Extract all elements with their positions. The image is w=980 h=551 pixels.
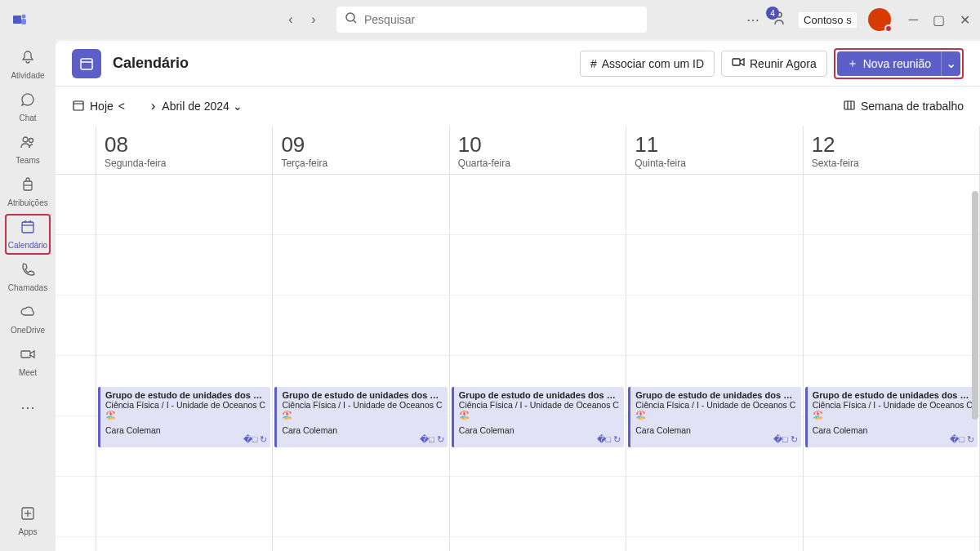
phone-icon (20, 261, 36, 282)
event-emoji: 🏖️ (282, 410, 442, 420)
nav-back-icon[interactable]: ‹ (281, 10, 301, 29)
search-icon (345, 11, 358, 28)
sidebar-item-meet[interactable]: Meet (5, 341, 51, 382)
sidebar-item-onedrive[interactable]: OneDrive (5, 299, 51, 340)
day-number: 11 (635, 132, 794, 158)
scrollbar[interactable] (972, 191, 978, 420)
day-header: 09 Terça-feira (273, 126, 448, 175)
sidebar-item-calendar[interactable]: Calendário (5, 214, 51, 255)
org-name[interactable]: Contoso s (799, 12, 857, 28)
sidebar-more[interactable]: ⋯ (5, 387, 51, 428)
plus-icon: ＋ (847, 56, 858, 71)
svg-rect-9 (22, 222, 33, 233)
more-icon[interactable]: ⋯ (746, 12, 760, 28)
notifications-icon[interactable]: 4 (771, 10, 787, 29)
event-subtitle: Ciência Física / I - Unidade de Oceanos … (282, 400, 442, 410)
time-column: 4 AM 5AM 6 AM 7 AM 8 AM 9 AM (56, 126, 96, 551)
calendar-today-icon (72, 99, 85, 114)
recurring-icon: ↻ (437, 434, 444, 445)
sidebar-item-calls[interactable]: Chamadas (5, 256, 51, 297)
calendar-event[interactable]: Grupo de estudo de unidades dos oceanos … (452, 387, 624, 447)
maximize-icon[interactable]: ▢ (933, 12, 945, 28)
search-box[interactable] (336, 7, 647, 33)
sidebar-item-apps[interactable]: Apps (5, 500, 51, 541)
expand-icon[interactable]: �□ (773, 434, 788, 445)
event-organizer: Cara Coleman (813, 425, 973, 435)
svg-point-7 (29, 139, 33, 143)
day-column[interactable]: 11 Quinta-feira Grupo de estudo de unida… (626, 126, 803, 551)
event-title: Grupo de estudo de unidades dos oceanos (813, 390, 973, 400)
bell-icon (20, 49, 36, 69)
day-header: 12 Sexta-feira (804, 126, 979, 175)
event-emoji: 🏖️ (459, 410, 619, 420)
calendar-app-icon (72, 49, 101, 78)
recurring-icon: ↻ (967, 434, 974, 445)
close-icon[interactable]: ✕ (960, 12, 970, 28)
chevron-left-icon: < (118, 100, 125, 113)
svg-point-6 (23, 137, 28, 142)
sidebar: Atividade Chat Teams Atribuições Calendá… (0, 39, 56, 551)
event-emoji: 🏖️ (635, 410, 795, 420)
recurring-icon: ↻ (260, 434, 267, 445)
chevron-right-icon[interactable]: › (151, 99, 155, 113)
chevron-down-icon: ⌄ (233, 100, 243, 113)
event-title: Grupo de estudo de unidades dos oceanos (282, 390, 442, 400)
expand-icon[interactable]: �□ (243, 434, 258, 445)
nav-forward-icon[interactable]: › (304, 10, 323, 29)
event-emoji: 🏖️ (813, 410, 973, 420)
recurring-icon: ↻ (791, 434, 798, 445)
minimize-icon[interactable]: ─ (909, 12, 918, 28)
week-view-icon (843, 99, 856, 114)
expand-icon[interactable]: �□ (950, 434, 964, 445)
svg-rect-22 (844, 101, 854, 109)
day-name: Terça-feira (281, 158, 440, 169)
day-name: Sexta-feira (812, 158, 971, 169)
day-header: 08 Segunda-feira (96, 126, 272, 175)
notification-badge: 4 (766, 7, 779, 20)
sidebar-item-assignments[interactable]: Atribuições (5, 171, 51, 212)
day-column[interactable]: 12 Sexta-feira Grupo de estudo de unidad… (804, 126, 980, 551)
sidebar-item-chat[interactable]: Chat (5, 87, 51, 127)
day-number: 10 (458, 132, 617, 158)
svg-point-1 (22, 15, 26, 19)
svg-rect-20 (74, 101, 83, 110)
meet-now-button[interactable]: Reunir Agora (721, 51, 827, 77)
event-organizer: Cara Coleman (459, 425, 619, 435)
today-button[interactable]: Hoje < (72, 99, 125, 114)
event-emoji: 🏖️ (105, 410, 265, 420)
view-selector[interactable]: Semana de trabalho (843, 99, 964, 114)
day-column[interactable]: 10 Quarta-feira Grupo de estudo de unida… (450, 126, 626, 551)
calendar-event[interactable]: Grupo de estudo de unidades dos oceanos … (98, 387, 270, 447)
search-input[interactable] (364, 13, 639, 26)
hash-icon: # (590, 57, 597, 70)
calendar-event[interactable]: Grupo de estudo de unidades dos oceanos … (805, 387, 978, 447)
day-column[interactable]: 08 Segunda-feira Grupo de estudo de unid… (96, 126, 273, 551)
calendar-grid: 4 AM 5AM 6 AM 7 AM 8 AM 9 AM 08 Segunda-… (56, 126, 980, 551)
day-name: Segunda-feira (105, 158, 264, 169)
people-icon (20, 134, 36, 154)
more-horizontal-icon: ⋯ (20, 398, 35, 416)
day-header: 10 Quarta-feira (450, 126, 626, 175)
month-selector[interactable]: Abril de 2024 ⌄ (162, 100, 242, 113)
event-subtitle: Ciência Física / I - Unidade de Oceanos … (105, 400, 265, 410)
event-organizer: Cara Coleman (105, 425, 265, 435)
avatar[interactable] (868, 8, 891, 31)
chat-icon (20, 91, 36, 112)
expand-icon[interactable]: �□ (420, 434, 434, 445)
sidebar-item-activity[interactable]: Atividade (5, 44, 51, 85)
expand-icon[interactable]: �□ (597, 434, 612, 445)
new-meeting-dropdown[interactable]: ⌄ (941, 51, 960, 76)
teams-logo-icon (10, 10, 29, 29)
svg-rect-13 (21, 351, 30, 358)
sidebar-item-teams[interactable]: Teams (5, 129, 51, 170)
calendar-event[interactable]: Grupo de estudo de unidades dos oceanos … (628, 387, 800, 447)
join-with-id-button[interactable]: # Associar com um ID (580, 51, 715, 77)
new-meeting-button[interactable]: ＋ Nova reunião (837, 51, 941, 76)
svg-rect-0 (13, 16, 21, 24)
event-title: Grupo de estudo de unidades dos oceanos (459, 390, 619, 400)
titlebar: ‹ › ⋯ 4 Contoso s ─ ▢ ✕ (0, 0, 980, 39)
chevron-down-icon: ⌄ (946, 56, 956, 71)
day-column[interactable]: 09 Terça-feira Grupo de estudo de unidad… (273, 126, 449, 551)
calendar-event[interactable]: Grupo de estudo de unidades dos oceanos … (274, 387, 447, 447)
event-organizer: Cara Coleman (282, 425, 442, 435)
